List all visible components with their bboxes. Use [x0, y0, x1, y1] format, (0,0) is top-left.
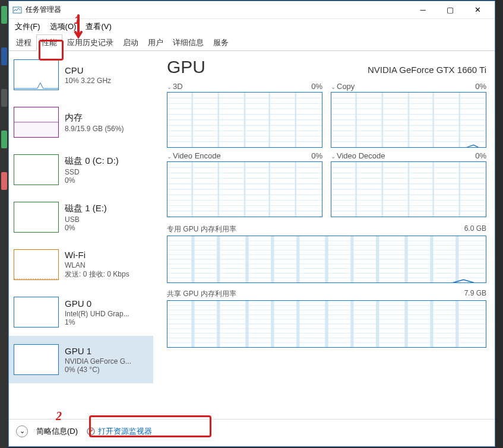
wifi-thumbnail	[14, 249, 59, 280]
sidebar-item-label: 磁盘 1 (E:)	[65, 203, 148, 214]
performance-main: GPU NVIDIA GeForce GTX 1660 Ti ⌄3D0% ⌄Co…	[154, 51, 495, 419]
resource-monitor-icon	[86, 427, 96, 436]
graph-3d[interactable]: ⌄3D0%	[167, 82, 322, 148]
open-resource-monitor-link[interactable]: 打开资源监视器	[86, 426, 152, 437]
menu-file[interactable]: 文件(F)	[11, 20, 44, 33]
window-title: 任务管理器	[26, 5, 409, 15]
svg-rect-1	[14, 122, 58, 137]
menubar: 文件(F) 选项(O) 查看(V)	[9, 19, 495, 34]
memory-thumbnail	[14, 107, 59, 138]
tab-performance[interactable]: 性能	[36, 34, 62, 51]
graph-copy[interactable]: ⌄Copy0%	[331, 82, 486, 148]
task-manager-window: 任务管理器 ─ ▢ ✕ 文件(F) 选项(O) 查看(V) 进程 性能 应用历史…	[8, 1, 495, 447]
disk1-thumbnail	[14, 202, 59, 233]
chevron-down-icon: ⌄	[167, 153, 172, 160]
sidebar-item-label: 内存	[65, 112, 148, 123]
disk0-thumbnail	[14, 154, 59, 185]
sidebar-item-disk0[interactable]: 磁盘 0 (C: D:)SSD0%	[9, 146, 153, 193]
performance-sidebar: CPU10% 3.22 GHz 内存8.9/15.9 GB (56%) 磁盘 0…	[9, 51, 154, 419]
sidebar-item-label: CPU	[65, 65, 148, 75]
titlebar[interactable]: 任务管理器 ─ ▢ ✕	[9, 1, 495, 19]
footer: ⌄ 简略信息(D) 打开资源监视器	[9, 419, 495, 443]
close-button[interactable]: ✕	[464, 1, 491, 19]
sidebar-item-cpu[interactable]: CPU10% 3.22 GHz	[9, 51, 153, 99]
gpu1-thumbnail	[14, 344, 59, 375]
tab-startup[interactable]: 启动	[118, 35, 143, 50]
brief-info-link[interactable]: 简略信息(D)	[36, 426, 78, 437]
chevron-down-icon: ⌄	[331, 153, 336, 160]
sidebar-item-label: Wi-Fi	[65, 250, 148, 260]
tab-services[interactable]: 服务	[208, 35, 233, 50]
graph-video-encode[interactable]: ⌄Video Encode0%	[167, 151, 322, 217]
cpu-thumbnail	[14, 59, 59, 90]
page-title: GPU	[167, 57, 205, 77]
sidebar-item-label: 磁盘 0 (C: D:)	[65, 155, 148, 167]
gpu-model-name: NVIDIA GeForce GTX 1660 Ti	[368, 65, 486, 75]
app-icon	[12, 5, 22, 15]
maximize-button[interactable]: ▢	[436, 1, 464, 19]
chevron-down-icon: ⌄	[167, 84, 172, 90]
graph-dedicated-memory[interactable]: 专用 GPU 内存利用率6.0 GB	[167, 224, 486, 283]
tabbar: 进程 性能 应用历史记录 启动 用户 详细信息 服务	[9, 34, 495, 51]
tab-processes[interactable]: 进程	[11, 35, 36, 50]
svg-line-100	[91, 430, 93, 431]
chevron-down-icon: ⌄	[331, 84, 336, 90]
tab-details[interactable]: 详细信息	[168, 35, 208, 50]
sidebar-item-memory[interactable]: 内存8.9/15.9 GB (56%)	[9, 99, 153, 146]
sidebar-item-label: GPU 0	[65, 298, 148, 309]
sidebar-item-label: GPU 1	[65, 346, 148, 356]
graph-video-decode[interactable]: ⌄Video Decode0%	[331, 151, 486, 217]
gpu0-thumbnail	[14, 297, 59, 328]
sidebar-item-disk1[interactable]: 磁盘 1 (E:)USB0%	[9, 193, 153, 241]
chevron-down-icon: ⌄	[20, 427, 25, 435]
minimize-button[interactable]: ─	[409, 1, 436, 19]
sidebar-item-gpu0[interactable]: GPU 0Intel(R) UHD Grap...1%	[9, 288, 153, 336]
annotation-label-2: 2	[56, 409, 62, 423]
tab-users[interactable]: 用户	[143, 35, 168, 50]
graph-shared-memory[interactable]: 共享 GPU 内存利用率7.9 GB	[167, 289, 486, 348]
collapse-button[interactable]: ⌄	[16, 425, 28, 437]
tab-app-history[interactable]: 应用历史记录	[62, 35, 118, 50]
sidebar-item-gpu1[interactable]: GPU 1NVIDIA GeForce G...0% (43 °C)	[9, 336, 153, 383]
menu-options[interactable]: 选项(O)	[46, 20, 80, 33]
sidebar-item-wifi[interactable]: Wi-FiWLAN发送: 0 接收: 0 Kbps	[9, 241, 153, 288]
menu-view[interactable]: 查看(V)	[82, 20, 115, 33]
